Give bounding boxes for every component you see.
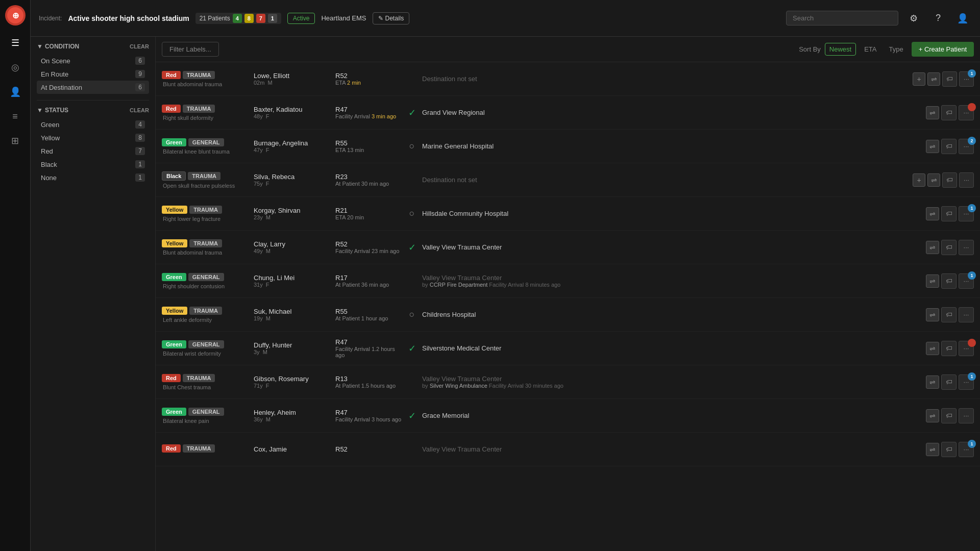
user-button[interactable]: 👤: [953, 9, 972, 28]
more-button[interactable]: ··· 1: [959, 71, 974, 87]
tag-button[interactable]: 🏷: [941, 341, 957, 356]
patient-row[interactable]: Red TRAUMA Right skull deformity Baxter,…: [156, 96, 980, 130]
filter-red[interactable]: Red 7: [37, 144, 149, 158]
more-button[interactable]: ··· 1: [959, 273, 974, 289]
status-toggle[interactable]: ▼ STATUS: [37, 107, 68, 114]
type-tag: TRAUMA: [183, 105, 215, 113]
patient-row[interactable]: Green GENERAL Bilateral knee blunt traum…: [156, 130, 980, 163]
patient-row[interactable]: Green GENERAL Right shoulder contusion C…: [156, 264, 980, 298]
patient-demographics: 02m M: [254, 80, 335, 86]
details-button[interactable]: ✎ Details: [373, 12, 410, 24]
tag-button[interactable]: 🏷: [941, 374, 957, 390]
filter-none[interactable]: None 1: [37, 171, 149, 184]
condition-column: Red TRAUMA Right skull deformity: [162, 105, 254, 121]
tag-button[interactable]: 🏷: [942, 172, 957, 188]
destination-transfer-button[interactable]: ⇌: [926, 274, 939, 288]
condition-tag: Yellow: [162, 239, 187, 247]
more-button[interactable]: ···: [959, 307, 974, 322]
create-patient-button[interactable]: + Create Patient: [912, 42, 974, 57]
unit-time: ETA 20 min: [335, 214, 402, 220]
destination-transfer-button[interactable]: ⇌: [926, 106, 939, 119]
time-value: 2 min: [347, 80, 361, 86]
destination-column: Silverstone Medical Center: [422, 344, 913, 352]
filter-at-destination[interactable]: At Destination 6: [37, 81, 149, 94]
sort-type-button[interactable]: Type: [885, 43, 908, 55]
filter-green[interactable]: Green 4: [37, 118, 149, 131]
patient-row[interactable]: Red TRAUMA Blunt abdominal trauma Lowe, …: [156, 62, 980, 96]
tag-button[interactable]: 🏷: [942, 71, 957, 87]
sidebar-item-users[interactable]: 👤: [5, 82, 26, 102]
tag-button[interactable]: 🏷: [941, 206, 957, 221]
sort-eta-button[interactable]: ETA: [860, 43, 880, 55]
patient-row[interactable]: Green GENERAL Bilateral knee pain Henley…: [156, 399, 980, 433]
search-input[interactable]: [786, 11, 898, 26]
destination-transfer-button[interactable]: ⇌: [926, 241, 939, 254]
destination-add-button[interactable]: +: [913, 173, 925, 187]
patient-row[interactable]: Yellow TRAUMA Right lower leg fracture K…: [156, 197, 980, 231]
filter-en-route[interactable]: En Route 9: [37, 67, 149, 81]
more-button[interactable]: ··· 1: [959, 442, 974, 457]
tag-button[interactable]: 🏷: [941, 273, 957, 289]
destination-transfer-button[interactable]: ⇌: [926, 375, 939, 389]
patient-demographics: 75y F: [254, 181, 335, 187]
tag-button[interactable]: 🏷: [941, 442, 957, 457]
tag-button[interactable]: 🏷: [941, 408, 957, 423]
patient-row[interactable]: Red TRAUMA Cox, Jamie R52 Valley View Tr…: [156, 433, 980, 466]
destination-transfer-button[interactable]: ⇌: [926, 207, 939, 220]
more-button[interactable]: ··· 2: [959, 139, 974, 154]
time-label: ETA: [335, 147, 346, 153]
help-button[interactable]: ?: [929, 9, 947, 28]
status-clear[interactable]: CLEAR: [130, 107, 149, 113]
filter-yellow[interactable]: Yellow 8: [37, 131, 149, 144]
more-button[interactable]: ···: [959, 105, 974, 120]
destination-transfer-button[interactable]: ⇌: [926, 140, 939, 153]
filter-labels-button[interactable]: Filter Labels...: [162, 42, 219, 57]
destination-name: Grand View Regional: [422, 109, 913, 116]
destination-column: Valley View Trauma Center by CCRP Fire D…: [422, 274, 913, 288]
filter-on-scene[interactable]: On Scene 6: [37, 54, 149, 67]
sidebar-item-vehicle[interactable]: ⊞: [5, 131, 26, 151]
patient-row[interactable]: Red TRAUMA Blunt Chest trauma Gibson, Ro…: [156, 365, 980, 399]
destination-add-button[interactable]: +: [913, 72, 925, 86]
destination-transfer-button[interactable]: ⇌: [926, 342, 939, 355]
sidebar-item-map[interactable]: ◎: [5, 57, 26, 78]
filter-black[interactable]: Black 1: [37, 158, 149, 171]
tag-button[interactable]: 🏷: [941, 240, 957, 255]
sidebar-item-list[interactable]: ≡: [5, 106, 26, 127]
patient-row[interactable]: Yellow TRAUMA Blunt abdominal trauma Cla…: [156, 231, 980, 264]
time-label: Facility Arrival: [335, 113, 370, 119]
more-button[interactable]: ···: [959, 172, 974, 188]
settings-button[interactable]: ⚙: [904, 9, 923, 28]
condition-clear[interactable]: CLEAR: [130, 43, 149, 49]
patient-name-column: Burnage, Angelina 47y F: [254, 139, 335, 153]
destination-column: Grand View Regional: [422, 109, 913, 116]
tag-button[interactable]: 🏷: [941, 139, 957, 154]
sort-newest-button[interactable]: Newest: [825, 43, 856, 56]
type-tag: TRAUMA: [183, 71, 215, 79]
destination-transfer-button[interactable]: ⇌: [926, 308, 939, 321]
status-circle-icon: ○: [409, 141, 415, 152]
unit-column: R52 ETA 2 min: [335, 72, 402, 86]
sidebar-item-menu[interactable]: ☰: [5, 33, 26, 53]
patient-name: Korgay, Shirvan: [254, 207, 335, 214]
tag-button[interactable]: 🏷: [941, 105, 957, 120]
patient-row[interactable]: Yellow TRAUMA Left ankle deformity Suk, …: [156, 298, 980, 332]
app-logo[interactable]: ⊕: [4, 4, 27, 27]
notification-badge: [968, 339, 976, 347]
tag-button[interactable]: 🏷: [941, 307, 957, 322]
more-button[interactable]: ··· 1: [959, 374, 974, 390]
condition-toggle[interactable]: ▼ CONDITION: [37, 43, 79, 50]
patient-row[interactable]: Green GENERAL Bilateral wrist deformity …: [156, 332, 980, 365]
destination-transfer-button[interactable]: ⇌: [927, 173, 940, 187]
more-button[interactable]: ···: [959, 240, 974, 255]
active-status-badge[interactable]: Active: [287, 13, 315, 24]
condition-section-header: ▼ CONDITION CLEAR: [37, 43, 149, 50]
destination-transfer-button[interactable]: ⇌: [926, 443, 939, 456]
more-button[interactable]: ···: [959, 408, 974, 423]
patient-row[interactable]: Black TRAUMA Open skull fracture pulsele…: [156, 163, 980, 197]
destination-transfer-button[interactable]: ⇌: [926, 409, 939, 422]
more-button[interactable]: ··· 1: [959, 206, 974, 221]
destination-transfer-button[interactable]: ⇌: [927, 72, 940, 86]
more-button[interactable]: ···: [959, 341, 974, 356]
type-tag: GENERAL: [188, 273, 224, 281]
